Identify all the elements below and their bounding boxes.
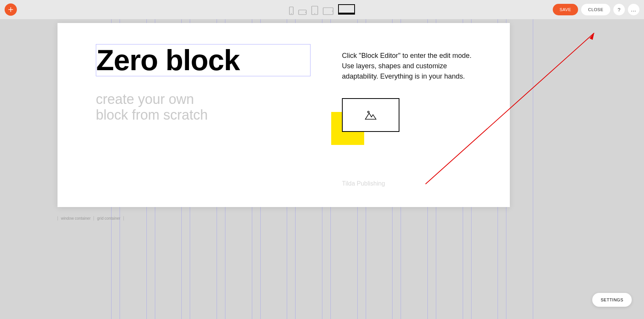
heading-element[interactable]: Zero block (96, 44, 310, 76)
subheading-line2: block from scratch (96, 107, 208, 123)
svg-point-5 (314, 13, 315, 14)
svg-point-10 (368, 111, 369, 113)
window-container-label: window container (58, 216, 94, 220)
mountain-image-icon (364, 109, 377, 122)
add-block-button[interactable] (5, 3, 17, 16)
device-desktop[interactable] (338, 4, 355, 15)
tablet-portrait-icon (311, 6, 318, 15)
phone-landscape-icon (298, 10, 307, 15)
desktop-icon (338, 4, 355, 15)
settings-button[interactable]: SETTINGS (592, 293, 632, 307)
image-placeholder-element[interactable] (342, 98, 399, 132)
svg-marker-12 (590, 33, 594, 40)
svg-rect-2 (299, 10, 306, 15)
tablet-landscape-icon (323, 7, 334, 15)
zero-block-canvas[interactable]: Zero block create your own block from sc… (58, 23, 510, 207)
subheading-line1: create your own (96, 91, 208, 107)
workspace: Zero block create your own block from sc… (0, 19, 644, 319)
top-toolbar: SAVE CLOSE ? ... (0, 0, 644, 19)
phone-portrait-icon (289, 7, 294, 15)
svg-point-7 (332, 11, 333, 12)
svg-rect-9 (338, 13, 355, 15)
credit-text[interactable]: Tilda Publishing (342, 180, 385, 187)
more-menu-button[interactable]: ... (628, 4, 639, 15)
help-button[interactable]: ? (613, 4, 625, 15)
svg-rect-6 (323, 8, 333, 15)
heading-text: Zero block (96, 46, 310, 74)
device-tablet-landscape[interactable] (323, 7, 334, 15)
device-tablet-portrait[interactable] (311, 6, 318, 15)
device-switcher (289, 4, 355, 15)
toolbar-right: SAVE CLOSE ? ... (553, 4, 639, 15)
grid-container-label: grid container (94, 216, 124, 220)
close-button[interactable]: CLOSE (581, 4, 610, 15)
svg-point-1 (291, 13, 292, 14)
container-labels: window container grid container (58, 215, 124, 222)
plus-icon (8, 7, 13, 12)
description-element[interactable]: Click "Block Editor" to enter the edit m… (342, 51, 472, 82)
device-phone-portrait[interactable] (289, 7, 294, 15)
device-phone-landscape[interactable] (298, 10, 307, 15)
save-button[interactable]: SAVE (553, 4, 578, 15)
svg-point-3 (305, 12, 306, 13)
svg-rect-8 (338, 5, 355, 13)
subheading-element[interactable]: create your own block from scratch (96, 91, 208, 123)
